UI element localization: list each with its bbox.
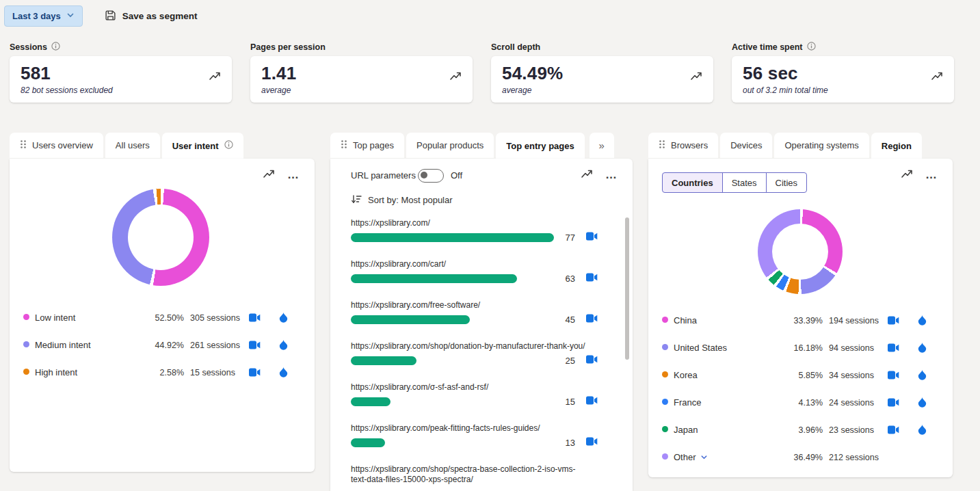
url-bar-value: 15 — [542, 397, 575, 407]
trend-icon[interactable] — [901, 168, 913, 183]
users-panel-card: … Low intent 52.50% 305 sessions Medium … — [10, 159, 315, 472]
toolbar: Last 3 days Save as segment — [4, 5, 201, 27]
url-bar-value: 25 — [542, 356, 575, 366]
tab-user-intent[interactable]: User intent — [162, 133, 243, 159]
recordings-icon[interactable] — [888, 315, 899, 328]
trend-icon[interactable] — [449, 70, 462, 85]
legend-sessions: 94 sessions — [829, 343, 874, 353]
metric-value: 581 — [21, 63, 221, 83]
heatmap-icon[interactable] — [918, 342, 927, 356]
legend-percent: 36.49% — [775, 453, 823, 462]
legend-percent: 16.18% — [775, 343, 823, 353]
users-panel-tabs: Users overview All users User intent — [10, 133, 315, 159]
recordings-icon[interactable] — [586, 354, 598, 367]
legend-percent: 5.85% — [775, 371, 823, 380]
legend-label: Japan — [674, 425, 698, 435]
grip-icon[interactable] — [20, 140, 27, 151]
heatmap-icon[interactable] — [279, 339, 288, 353]
url-row: https://xpslibrary.com/ 77 — [330, 216, 633, 257]
scrollbar-thumb[interactable] — [625, 217, 629, 360]
trend-icon[interactable] — [581, 168, 593, 183]
url-bar — [351, 438, 385, 447]
recordings-icon[interactable] — [249, 367, 261, 380]
save-icon — [105, 10, 116, 23]
tab-label: Popular products — [416, 140, 484, 150]
recordings-icon[interactable] — [586, 395, 598, 408]
sort-by-control[interactable]: Sort by: Most popular — [351, 194, 453, 206]
legend-color-dot — [662, 344, 668, 350]
url-bar-value: 77 — [542, 233, 575, 243]
tab-label: Top entry pages — [506, 141, 574, 151]
legend-label: High intent — [35, 367, 77, 377]
recordings-icon[interactable] — [888, 425, 899, 437]
heatmap-icon[interactable] — [918, 397, 927, 410]
trend-icon[interactable] — [690, 70, 702, 85]
tab-top-pages[interactable]: Top pages — [330, 133, 404, 158]
recordings-icon[interactable] — [586, 436, 598, 449]
recordings-icon[interactable] — [249, 340, 261, 352]
tab-label: Region — [882, 141, 912, 151]
expand-chevron-icon[interactable] — [700, 453, 708, 461]
url-bar-value: 63 — [542, 274, 575, 284]
url-text: https://xpslibrary.com/free-software/ — [351, 300, 587, 310]
recordings-icon[interactable] — [888, 343, 899, 355]
grip-icon[interactable] — [659, 140, 665, 151]
metric-card: 581 82 bot sessions excluded — [10, 56, 232, 103]
more-options-icon[interactable]: … — [287, 172, 300, 178]
save-as-segment-button[interactable]: Save as segment — [101, 7, 202, 26]
trend-icon[interactable] — [209, 70, 221, 85]
segment-states[interactable]: States — [722, 172, 767, 193]
grip-icon[interactable] — [341, 140, 347, 151]
tabs-overflow-chevron-icon[interactable]: » — [590, 133, 614, 158]
countries-donut-chart[interactable] — [758, 209, 843, 294]
url-text: https://xpslibrary.com/cart/ — [351, 259, 587, 269]
legend-row-france: France 4.13% 24 sessions — [648, 388, 953, 416]
legend-row-china: China 33.39% 194 sessions — [648, 306, 953, 334]
date-range-button[interactable]: Last 3 days — [4, 5, 83, 27]
recordings-icon[interactable] — [888, 370, 899, 382]
legend-color-dot — [662, 426, 668, 432]
url-row: https://xpslibrary.com/shop/spectra-base… — [330, 462, 633, 491]
more-options-icon[interactable]: … — [605, 172, 618, 178]
recordings-icon[interactable] — [888, 397, 899, 410]
toggle-state-label: Off — [451, 170, 462, 181]
info-icon[interactable] — [51, 41, 60, 53]
tab-top-entry-pages[interactable]: Top entry pages — [496, 133, 584, 159]
tab-operating-systems[interactable]: Operating systems — [774, 133, 869, 158]
more-options-icon[interactable]: … — [925, 172, 938, 178]
segment-countries[interactable]: Countries — [662, 172, 723, 193]
trend-icon[interactable] — [931, 70, 943, 85]
tab-all-users[interactable]: All users — [105, 133, 160, 158]
url-bar-value: 13 — [542, 438, 575, 448]
tab-region[interactable]: Region — [871, 133, 922, 159]
recordings-icon[interactable] — [586, 272, 598, 284]
legend-row-united-states: United States 16.18% 94 sessions — [648, 334, 953, 361]
heatmap-icon[interactable] — [918, 315, 927, 328]
heatmap-icon[interactable] — [279, 312, 288, 326]
heatmap-icon[interactable] — [918, 424, 927, 438]
legend-color-dot — [662, 399, 668, 405]
segment-cities[interactable]: Cities — [766, 172, 808, 193]
recordings-icon[interactable] — [586, 231, 598, 243]
tab-label: Operating systems — [784, 140, 858, 150]
legend-color-dot — [662, 453, 668, 460]
heatmap-icon[interactable] — [918, 369, 927, 383]
tab-browsers[interactable]: Browsers — [648, 133, 718, 158]
metric-label: Sessions — [10, 42, 47, 52]
trend-icon[interactable] — [263, 168, 275, 183]
save-as-segment-label: Save as segment — [122, 11, 198, 21]
tab-popular-products[interactable]: Popular products — [406, 133, 494, 158]
tab-devices[interactable]: Devices — [720, 133, 772, 158]
heatmap-icon[interactable] — [279, 367, 288, 380]
tab-info-icon[interactable] — [224, 140, 233, 151]
recordings-icon[interactable] — [586, 313, 598, 326]
legend-sessions: 194 sessions — [829, 316, 879, 326]
url-row: https://xpslibrary.com/cart/ 63 — [330, 257, 633, 298]
legend-color-dot — [23, 314, 29, 320]
metric-subtitle: average — [502, 85, 702, 95]
url-parameters-toggle[interactable] — [418, 169, 444, 183]
info-icon[interactable] — [807, 41, 816, 53]
recordings-icon[interactable] — [249, 313, 261, 325]
user-intent-donut-chart[interactable] — [112, 189, 209, 286]
tab-users-overview[interactable]: Users overview — [10, 133, 103, 158]
